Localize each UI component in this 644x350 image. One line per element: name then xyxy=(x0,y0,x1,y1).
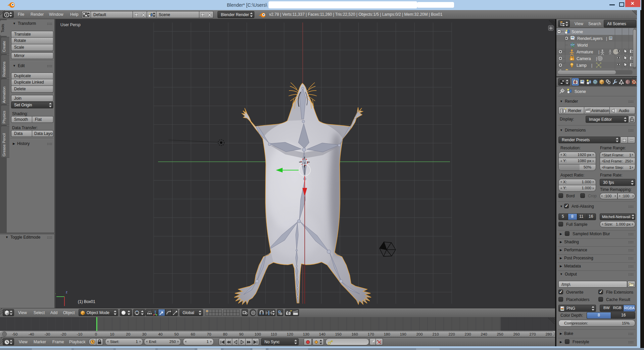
svg-text:10: 10 xyxy=(110,332,114,336)
svg-text:260: 260 xyxy=(513,332,519,336)
svg-text:250: 250 xyxy=(497,332,503,336)
svg-text:270: 270 xyxy=(529,332,536,336)
svg-text:|: | xyxy=(598,50,599,54)
svg-text:180: 180 xyxy=(384,332,390,336)
svg-text:220: 220 xyxy=(448,332,455,336)
svg-text:240: 240 xyxy=(481,332,487,336)
svg-text:|: | xyxy=(606,36,607,41)
svg-text:y: y xyxy=(55,292,56,296)
svg-text:20: 20 xyxy=(126,332,131,336)
svg-text:230: 230 xyxy=(464,332,471,336)
svg-text:70: 70 xyxy=(207,332,211,336)
svg-text:Camera: Camera xyxy=(577,56,591,61)
svg-text:140: 140 xyxy=(319,332,325,336)
svg-text:-50: -50 xyxy=(12,332,18,336)
svg-text:|: | xyxy=(596,56,597,61)
svg-text:130: 130 xyxy=(303,332,309,336)
svg-text:Lamp: Lamp xyxy=(577,63,587,68)
svg-text:Scene: Scene xyxy=(572,30,583,34)
svg-text:40: 40 xyxy=(158,332,163,336)
svg-text:200: 200 xyxy=(416,332,423,336)
svg-text:150: 150 xyxy=(335,332,341,336)
svg-text:|: | xyxy=(591,63,592,68)
svg-text:-40: -40 xyxy=(29,332,34,336)
svg-text:-30: -30 xyxy=(45,332,50,336)
svg-text:z: z xyxy=(66,290,67,294)
svg-text:190: 190 xyxy=(400,332,406,336)
svg-text:World: World xyxy=(577,43,588,48)
svg-text:50: 50 xyxy=(175,332,179,336)
svg-text:280: 280 xyxy=(545,332,552,336)
svg-text:User Persp: User Persp xyxy=(60,22,81,27)
svg-text:30: 30 xyxy=(142,332,147,336)
svg-text:60: 60 xyxy=(191,332,195,336)
svg-text:160: 160 xyxy=(351,332,358,336)
svg-text:110: 110 xyxy=(271,332,277,336)
svg-text:RenderLayers: RenderLayers xyxy=(577,36,602,41)
svg-text:0: 0 xyxy=(95,332,97,336)
svg-text:Armature: Armature xyxy=(577,50,593,54)
svg-text:170: 170 xyxy=(367,332,374,336)
svg-text:210: 210 xyxy=(432,332,439,336)
svg-text:-10: -10 xyxy=(77,332,83,336)
svg-text:90: 90 xyxy=(239,332,244,336)
svg-text:120: 120 xyxy=(287,332,293,336)
svg-text:-20: -20 xyxy=(61,332,66,336)
svg-text:80: 80 xyxy=(223,332,228,336)
svg-text:(1) Box01: (1) Box01 xyxy=(78,299,95,304)
svg-text:100: 100 xyxy=(254,332,261,336)
